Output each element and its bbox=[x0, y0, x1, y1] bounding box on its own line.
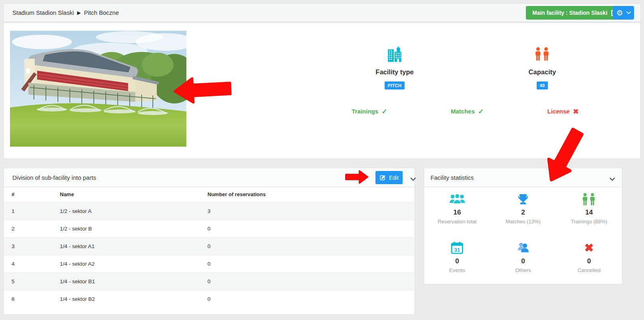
sub-facility-table: # Name Number of reservations 1 1/2 - se… bbox=[4, 187, 415, 308]
statistics-panel-header: Facility statistics bbox=[424, 168, 622, 187]
cell-reservations: 3 bbox=[207, 202, 415, 220]
user-pair-icon bbox=[516, 241, 531, 255]
stat-label: Reservation total bbox=[438, 219, 477, 225]
cell-index: 5 bbox=[4, 272, 59, 290]
cell-reservations: 0 bbox=[207, 290, 415, 308]
cross-icon: ✖ bbox=[573, 108, 579, 115]
edit-button-label: Edit bbox=[389, 175, 399, 181]
cell-name: 1/2 - sektor B bbox=[59, 220, 207, 237]
capacity-label: Capacity bbox=[502, 68, 582, 76]
status-trainings-label: Trainings bbox=[352, 108, 378, 115]
table-row[interactable]: 2 1/2 - sektor B 0 bbox=[4, 220, 415, 237]
cross-icon: ✖ bbox=[585, 241, 594, 255]
status-license-label: License bbox=[547, 108, 570, 115]
statistics-collapse-chevron-icon[interactable] bbox=[610, 175, 615, 183]
cell-index: 1 bbox=[4, 202, 59, 220]
cell-index: 6 bbox=[4, 290, 59, 308]
edit-button[interactable]: Edit bbox=[375, 171, 403, 184]
chevron-down-icon bbox=[626, 11, 631, 14]
column-name: Name bbox=[59, 187, 207, 202]
breadcrumb-parent[interactable]: Stadium Stadion Slaski bbox=[12, 9, 74, 16]
stat-label: Cancelled bbox=[577, 267, 601, 273]
main-facility-button-label: Main facility : Stadion Slaski bbox=[532, 10, 607, 16]
cell-index: 4 bbox=[4, 255, 59, 272]
table-header-row: # Name Number of reservations bbox=[4, 187, 415, 202]
cell-index: 2 bbox=[4, 220, 59, 237]
capacity-block: Capacity 40 bbox=[502, 46, 582, 89]
division-collapse-chevron-icon[interactable] bbox=[411, 175, 416, 183]
breadcrumb-current: Pitch Boczne bbox=[84, 9, 119, 16]
table-row[interactable]: 1 1/2 - sektor A 3 bbox=[4, 202, 415, 220]
status-license: License ✖ bbox=[529, 107, 597, 116]
cell-name: 1/4 - sektor B2 bbox=[59, 290, 207, 308]
stat-cancelled: ✖ 0 Cancelled bbox=[556, 236, 622, 285]
city-buildings-icon bbox=[386, 46, 403, 63]
capacity-badge: 40 bbox=[537, 81, 548, 89]
calendar-icon: 31 bbox=[450, 241, 464, 255]
division-panel-header: Division of sub-facility into parts Edit bbox=[4, 168, 415, 187]
facility-photo bbox=[10, 31, 186, 147]
facility-type-badge: PITCH bbox=[385, 81, 405, 89]
cell-index: 3 bbox=[4, 237, 59, 255]
division-panel-title: Division of sub-facility into parts bbox=[12, 168, 96, 187]
breadcrumb-separator-icon: ▶ bbox=[77, 10, 81, 16]
facility-overview-panel: Facility type PITCH Capacity 40 Training… bbox=[3, 22, 641, 159]
statistics-grid: 16 Reservation total 2 Matches (13%) bbox=[424, 187, 622, 284]
column-reservations: Number of reservations bbox=[207, 187, 415, 202]
settings-dropdown-button[interactable]: ⚙ bbox=[613, 6, 634, 20]
facility-type-label: Facility type bbox=[355, 68, 435, 76]
facility-type-block: Facility type PITCH bbox=[355, 46, 435, 89]
stat-others: 0 Others bbox=[490, 236, 556, 285]
stat-value: 0 bbox=[587, 257, 591, 265]
stat-value: 2 bbox=[521, 209, 525, 217]
breadcrumb: Stadium Stadion Slaski ▶ Pitch Boczne bbox=[12, 9, 119, 16]
two-people-icon bbox=[582, 192, 596, 207]
edit-pencil-icon bbox=[379, 175, 386, 181]
stat-label: Events bbox=[449, 267, 465, 273]
stat-value: 0 bbox=[521, 257, 525, 265]
stat-reservation-total: 16 Reservation total bbox=[424, 187, 490, 236]
stat-events: 31 0 Events bbox=[424, 236, 490, 285]
svg-text:31: 31 bbox=[454, 247, 460, 253]
stat-value: 14 bbox=[585, 209, 593, 217]
cell-reservations: 0 bbox=[207, 220, 415, 237]
gear-icon: ⚙ bbox=[616, 9, 623, 17]
main-facility-button[interactable]: Main facility : Stadion Slaski bbox=[526, 6, 624, 20]
table-row[interactable]: 4 1/4 - sektor A2 0 bbox=[4, 255, 415, 272]
stat-value: 0 bbox=[455, 257, 459, 265]
status-matches: Matches ✓ bbox=[433, 107, 501, 116]
division-panel: Division of sub-facility into parts Edit… bbox=[3, 168, 415, 315]
column-index: # bbox=[4, 187, 59, 202]
cell-reservations: 0 bbox=[207, 272, 415, 290]
cell-name: 1/4 - sektor A1 bbox=[59, 237, 207, 255]
two-people-orange-icon bbox=[535, 46, 550, 63]
check-icon: ✓ bbox=[381, 108, 387, 115]
check-icon: ✓ bbox=[478, 108, 484, 115]
stat-label: Trainings (88%) bbox=[571, 219, 607, 225]
trophy-icon bbox=[516, 192, 530, 207]
cell-name: 1/2 - sektor A bbox=[59, 202, 207, 220]
table-row[interactable]: 6 1/4 - sektor B2 0 bbox=[4, 290, 415, 308]
facility-statistics-panel: Facility statistics 16 Reservation total bbox=[424, 168, 622, 284]
group-icon bbox=[448, 192, 466, 207]
table-row[interactable]: 3 1/4 - sektor A1 0 bbox=[4, 237, 415, 255]
stat-matches: 2 Matches (13%) bbox=[490, 187, 556, 236]
status-trainings: Trainings ✓ bbox=[336, 107, 403, 116]
cell-name: 1/4 - sektor A2 bbox=[59, 255, 207, 272]
status-matches-label: Matches bbox=[451, 108, 475, 115]
stat-label: Matches (13%) bbox=[506, 219, 540, 225]
cell-reservations: 0 bbox=[207, 255, 415, 272]
table-row[interactable]: 5 1/4 - sektor B1 0 bbox=[4, 272, 415, 290]
stat-value: 16 bbox=[453, 209, 461, 217]
cell-name: 1/4 - sektor B1 bbox=[59, 272, 207, 290]
statistics-panel-title: Facility statistics bbox=[431, 168, 474, 187]
stat-trainings: 14 Trainings (88%) bbox=[556, 187, 622, 236]
top-bar: Stadium Stadion Slaski ▶ Pitch Boczne Ma… bbox=[3, 3, 641, 22]
stat-label: Others bbox=[515, 267, 531, 273]
cell-reservations: 0 bbox=[207, 237, 415, 255]
